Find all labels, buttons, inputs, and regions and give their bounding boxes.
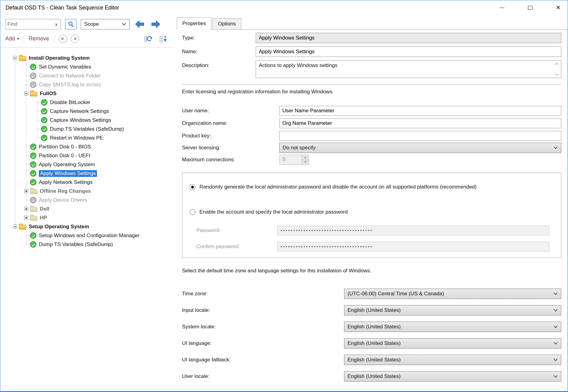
- tree-item[interactable]: Dump TS Variables (SafeDump): [0, 240, 173, 249]
- password-label: Password:: [196, 227, 277, 233]
- minimize-button[interactable]: [492, 0, 511, 15]
- tree-item[interactable]: Set Dynamic Variables: [0, 62, 173, 71]
- step-check-icon: [41, 108, 47, 114]
- tree-item[interactable]: Setup Windows and Configuration Manager: [0, 231, 173, 240]
- tree-item[interactable]: Apply Network Settings: [0, 178, 173, 187]
- tree-expander[interactable]: [24, 189, 28, 193]
- radio-button-icon: [190, 209, 195, 215]
- name-input[interactable]: [256, 47, 561, 57]
- tree-item[interactable]: Disable BitLocker: [0, 98, 173, 107]
- step-check-icon: [41, 99, 47, 106]
- chevron-down-icon: [122, 21, 126, 25]
- tree-item[interactable]: Apply Device Drivers: [0, 196, 173, 204]
- max-connections-label: Maximum connections:: [182, 157, 279, 163]
- tree-expander[interactable]: [24, 91, 28, 95]
- tree-item[interactable]: Capture Network Settings: [0, 107, 173, 116]
- tree-item-label: Apply Windows Settings: [39, 170, 97, 177]
- radio-enable-label: Enable the account and specify the local…: [199, 209, 348, 215]
- tree-item-label: Apply Device Drivers: [39, 197, 87, 203]
- admin-password-group: Randomly generate the local administrato…: [182, 173, 561, 258]
- tree-expander[interactable]: [24, 207, 28, 211]
- time-zone-label: Time zone:: [182, 291, 344, 297]
- maximize-button[interactable]: [521, 0, 540, 15]
- password-input[interactable]: ••••••••••••••••••••••••••••••••••••: [277, 226, 549, 235]
- back-button[interactable]: [134, 20, 146, 29]
- time-zone-select[interactable]: (UTC-06:00) Central Time (US & Canada): [344, 289, 561, 299]
- system-locale-select[interactable]: English (United States): [344, 322, 561, 332]
- input-locale-select[interactable]: English (United States): [344, 305, 561, 315]
- tree-item[interactable]: Capture Windows Settings: [0, 116, 173, 125]
- ui-language-fallback-label: UI language fallback:: [182, 357, 344, 363]
- organization-input[interactable]: [279, 118, 561, 128]
- user-name-input[interactable]: [279, 106, 561, 116]
- toolbar-separator: [54, 35, 54, 43]
- tree-item[interactable]: Apply Operating System: [0, 160, 173, 169]
- folder-icon: [19, 225, 26, 230]
- tree-item[interactable]: FullOS: [0, 89, 173, 98]
- system-locale-value: English (United States): [347, 324, 401, 330]
- task-sequence-panel: x Scope Add ▾ Remove: [0, 15, 173, 391]
- step-check-icon: [30, 152, 36, 159]
- description-textarea[interactable]: Actions to apply Windows settings: [256, 60, 561, 78]
- tree-item[interactable]: Dell: [0, 204, 173, 213]
- radio-random-password[interactable]: Randomly generate the local administrato…: [190, 184, 549, 190]
- tree-item-label: Apply Network Settings: [39, 179, 93, 185]
- product-key-input[interactable]: [279, 131, 561, 141]
- tree-item[interactable]: Install Operating System: [0, 54, 173, 62]
- chevron-double-up-icon: «: [60, 37, 65, 40]
- tree-item[interactable]: Setup Operating System: [0, 222, 173, 231]
- step-check-icon: [41, 126, 47, 132]
- tree-item-selected[interactable]: Apply Windows Settings: [0, 169, 173, 178]
- confirm-password-label: Confirm password:: [196, 244, 277, 250]
- tree-item-label: Dump TS Variables (SafeDump): [50, 126, 124, 132]
- tree-item[interactable]: Connect to Network Folder: [0, 71, 173, 80]
- chevron-down-icon: [554, 145, 558, 149]
- forward-button[interactable]: [150, 20, 161, 29]
- type-input[interactable]: [256, 33, 561, 43]
- find-clear-button[interactable]: x: [52, 22, 61, 27]
- stepper-up-button[interactable]: [302, 155, 309, 160]
- tree-item[interactable]: Partition Disk 0 - BIOS: [0, 142, 173, 151]
- stepper-down-button[interactable]: [302, 160, 309, 165]
- expand-all-button[interactable]: «: [71, 35, 79, 43]
- locate-step-button[interactable]: [158, 35, 168, 43]
- step-check-icon: [41, 135, 47, 141]
- tree-item[interactable]: Offline Reg Changes: [0, 187, 173, 196]
- add-button[interactable]: Add ▾: [5, 35, 19, 42]
- max-connections-stepper[interactable]: 5: [279, 155, 309, 165]
- scroll-down-icon[interactable]: [555, 72, 559, 76]
- ui-language-select[interactable]: English (United States): [344, 338, 561, 349]
- window-title: Default OSD TS - Clean Task Sequence Edi…: [6, 5, 119, 11]
- tree-item-label: Dell: [40, 206, 49, 212]
- user-locale-select[interactable]: English (United States): [344, 371, 561, 382]
- remove-button[interactable]: Remove: [29, 35, 49, 42]
- step-check-icon: [30, 170, 36, 177]
- reload-icon: [144, 35, 153, 43]
- tree-item[interactable]: Dump TS Variables (SafeDump): [0, 125, 173, 133]
- find-input[interactable]: [6, 21, 52, 27]
- tree-expander[interactable]: [24, 216, 28, 220]
- input-locale-label: Input locale:: [182, 307, 344, 313]
- collapse-all-button[interactable]: «: [59, 35, 67, 43]
- window: Default OSD TS - Clean Task Sequence Edi…: [0, 0, 568, 392]
- confirm-password-input[interactable]: ••••••••••••••••••••••••••••••••••••: [277, 242, 549, 252]
- close-button[interactable]: ✕: [549, 0, 568, 15]
- tree-expander[interactable]: [13, 56, 17, 60]
- step-check-icon: [30, 232, 36, 239]
- reload-tree-button[interactable]: [143, 35, 154, 43]
- radio-enable-password[interactable]: Enable the account and specify the local…: [190, 209, 549, 215]
- tab-options[interactable]: Options: [212, 18, 241, 29]
- tree-item[interactable]: Copy SMSTS.log to src\src: [0, 80, 173, 89]
- tab-properties[interactable]: Properties: [177, 17, 211, 30]
- tree-item[interactable]: Restart in Windows PE: [0, 133, 173, 142]
- step-check-icon: [30, 64, 36, 70]
- step-check-icon: [41, 117, 47, 123]
- scroll-up-icon[interactable]: [555, 62, 559, 67]
- tree-expander[interactable]: [13, 225, 17, 229]
- scope-select[interactable]: Scope: [81, 19, 130, 29]
- ui-language-fallback-select[interactable]: English (United States): [344, 355, 561, 365]
- server-licensing-select[interactable]: Do not specify: [279, 143, 561, 153]
- tree-item[interactable]: HP: [0, 213, 173, 222]
- tree-item[interactable]: Partition Disk 0 - UEFI: [0, 151, 173, 160]
- search-button[interactable]: [65, 19, 76, 29]
